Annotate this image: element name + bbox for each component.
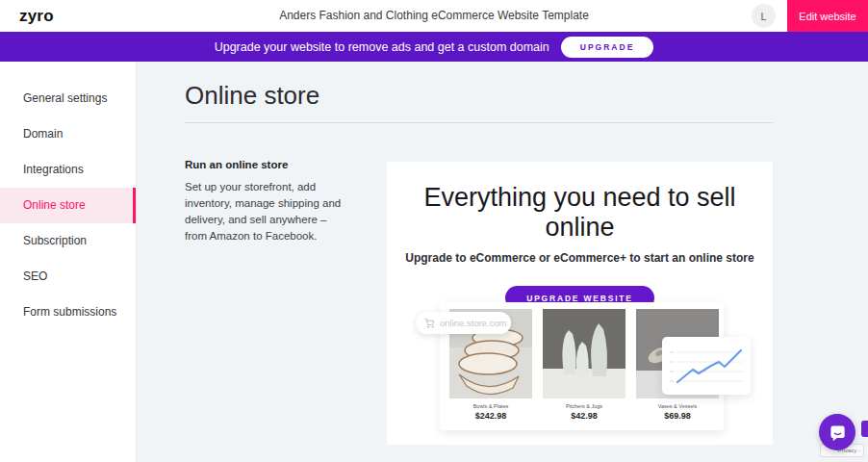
store-url-pill: online.store.com [416, 312, 511, 334]
top-bar: zyro Anders Fashion and Clothing eCommer… [0, 0, 868, 32]
sidebar-item-form-submissions[interactable]: Form submissions [0, 295, 136, 330]
main-content: Online store Run an online store Set up … [137, 62, 868, 462]
page-title: Online store [185, 81, 319, 111]
sidebar-item-subscription[interactable]: Subscription [0, 223, 136, 259]
promo-heading: Everything you need to sell online [387, 183, 773, 243]
divider [185, 122, 773, 123]
widget-edge-tab[interactable] [861, 421, 868, 437]
product-card: Pitchers & Jugs $42.98 [543, 309, 625, 430]
sales-chart [668, 343, 745, 391]
app-root: zyro Anders Fashion and Clothing eCommer… [0, 0, 868, 462]
chat-launcher-button[interactable] [819, 414, 855, 450]
pitchers-illustration [543, 309, 625, 398]
product-price: $242.98 [449, 411, 532, 421]
settings-sidebar: General settings Domain Integrations Onl… [0, 62, 137, 462]
store-url-text: online.store.com [440, 318, 507, 328]
product-name: Pitchers & Jugs [543, 403, 625, 409]
upgrade-banner-text: Upgrade your website to remove ads and g… [215, 40, 549, 54]
account-avatar[interactable]: L [752, 4, 776, 28]
product-name: Bowls & Plates [449, 403, 532, 409]
chat-bubble-icon [829, 424, 847, 442]
sales-chart-card [662, 337, 751, 395]
edit-website-button[interactable]: Edit website [787, 0, 868, 32]
sidebar-item-domain[interactable]: Domain [0, 116, 136, 152]
product-name: Vases & Vessels [636, 403, 719, 409]
promo-card: Everything you need to sell online Upgra… [387, 162, 773, 445]
site-title: Anders Fashion and Clothing eCommerce We… [0, 0, 868, 32]
product-price: $69.98 [636, 411, 719, 421]
sidebar-item-seo[interactable]: SEO [0, 259, 136, 295]
intro-body: Set up your storefront, add inventory, m… [185, 179, 346, 244]
sidebar-item-online-store[interactable]: Online store [0, 188, 136, 223]
upgrade-banner: Upgrade your website to remove ads and g… [0, 32, 868, 62]
pitchers-photo [543, 309, 625, 398]
cart-icon [424, 315, 435, 332]
sidebar-item-general-settings[interactable]: General settings [0, 81, 136, 116]
product-price: $42.98 [543, 411, 625, 421]
promo-subheading: Upgrade to eCommerce or eCommerce+ to st… [387, 251, 773, 265]
sidebar-item-integrations[interactable]: Integrations [0, 152, 136, 188]
intro-text: Run an online store Set up your storefro… [185, 159, 346, 244]
intro-heading: Run an online store [185, 159, 346, 170]
upgrade-button[interactable]: UPGRADE [561, 37, 654, 58]
